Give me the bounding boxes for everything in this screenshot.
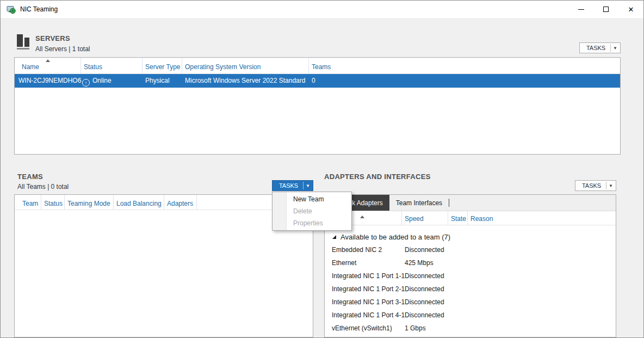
column-header-state[interactable]: State <box>448 211 468 225</box>
adapters-tasks-button[interactable]: TASKS ▼ <box>575 180 616 191</box>
menu-item-delete: Delete <box>273 205 351 217</box>
column-header-reason[interactable]: Reason <box>468 211 616 225</box>
window-controls: ✕ <box>568 1 643 18</box>
adapter-name: Embedded NIC 2 <box>332 243 405 256</box>
tasks-button-divider <box>606 182 606 189</box>
app-icon[interactable] <box>7 5 16 14</box>
adapter-row[interactable]: Integrated NIC 1 Port 1-1 Disconnected <box>325 269 616 282</box>
window-title: NIC Teaming <box>20 5 58 13</box>
column-header-label: Name <box>22 63 39 71</box>
column-header-speed[interactable]: Speed <box>402 211 448 225</box>
tab-divider <box>449 199 449 207</box>
teams-section-subtitle: All Teams | 0 total <box>17 183 69 190</box>
adapter-name: Integrated NIC 1 Port 3-1 <box>332 296 405 309</box>
adapter-row[interactable]: Integrated NIC 1 Port 3-1 Disconnected <box>325 296 616 309</box>
column-header-team[interactable]: Team <box>15 195 41 210</box>
column-header-status[interactable]: Status <box>41 195 65 210</box>
column-header-teaming-mode[interactable]: Teaming Mode <box>65 195 114 210</box>
adapter-speed: Disconnected <box>405 269 616 282</box>
group-expanded-icon <box>332 235 336 239</box>
servers-tasks-label: TASKS <box>583 45 609 51</box>
adapter-speed: Disconnected <box>405 296 616 309</box>
adapter-row[interactable]: Integrated NIC 1 Port 4-1 Disconnected <box>325 309 616 322</box>
server-row-selected[interactable]: WIN-2CJ9NEMDHO6 ↑Online Physical Microso… <box>15 74 620 88</box>
titlebar: NIC Teaming ✕ <box>1 1 643 18</box>
teams-tasks-menu: New Team Delete Properties <box>272 192 352 231</box>
menu-item-properties: Properties <box>273 217 351 229</box>
maximize-icon <box>603 7 609 12</box>
teams-table: Team Status Teaming Mode Load Balancing … <box>14 194 313 337</box>
adapter-name: Integrated NIC 1 Port 4-1 <box>332 309 405 322</box>
teams-table-header: Team Status Teaming Mode Load Balancing … <box>15 195 313 210</box>
adapter-name: Integrated NIC 1 Port 2-1 <box>332 282 405 296</box>
adapters-panel: Network Adapters Team Interfaces Speed S… <box>324 194 616 337</box>
minimize-button[interactable] <box>568 1 593 18</box>
server-teams-count-cell: 0 <box>309 74 620 88</box>
menu-item-new-team[interactable]: New Team <box>273 193 351 205</box>
column-header-name[interactable]: Name <box>15 58 81 73</box>
maximize-button[interactable] <box>593 1 618 18</box>
servers-table-header: Name Status Server Type Operating System… <box>15 58 620 74</box>
group-label: Available to be added to a team (7) <box>340 233 450 241</box>
adapter-name: Ethernet <box>332 256 405 269</box>
adapter-row[interactable]: Integrated NIC 1 Port 2-1 Disconnected <box>325 282 616 296</box>
servers-section-title: SERVERS <box>35 34 70 42</box>
adapters-tabs: Network Adapters Team Interfaces <box>325 195 616 211</box>
adapter-group-header[interactable]: Available to be added to a team (7) <box>325 230 616 243</box>
adapter-name: vEthernet (vSwitch1) <box>332 322 405 335</box>
adapter-row[interactable]: vEthernet (vSwitch1) 1 Gbps <box>325 322 616 335</box>
chevron-down-icon: ▼ <box>306 183 310 188</box>
column-header-status[interactable]: Status <box>81 58 143 73</box>
servers-section-subtitle: All Servers | 1 total <box>35 45 90 53</box>
servers-tasks-button[interactable]: TASKS ▼ <box>579 42 621 53</box>
teams-tasks-label: TASKS <box>275 182 302 189</box>
column-header-teams[interactable]: Teams <box>309 58 620 73</box>
column-header-os-version[interactable]: Operating System Version <box>182 58 309 73</box>
tasks-button-divider <box>610 44 611 52</box>
server-status-cell: ↑Online <box>81 74 143 88</box>
column-header-adapters[interactable]: Adapters <box>164 195 197 210</box>
column-header-server-type[interactable]: Server Type <box>143 58 182 73</box>
close-button[interactable]: ✕ <box>618 1 643 18</box>
adapter-speed: 1 Gbps <box>405 322 616 335</box>
sort-ascending-icon <box>46 59 50 62</box>
server-type-cell: Physical <box>143 74 182 88</box>
adapter-speed: Disconnected <box>405 282 616 296</box>
adapter-row[interactable]: Ethernet 425 Mbps <box>325 256 616 269</box>
chevron-down-icon: ▼ <box>609 183 613 188</box>
tab-team-interfaces[interactable]: Team Interfaces <box>389 195 449 211</box>
column-header-load-balancing[interactable]: Load Balancing <box>114 195 164 210</box>
adapter-speed: 425 Mbps <box>405 256 616 269</box>
chevron-down-icon: ▼ <box>613 46 617 51</box>
adapters-table-header: Speed State Reason <box>325 211 616 225</box>
adapter-row[interactable]: Embedded NIC 2 Disconnected <box>325 243 616 256</box>
servers-icon <box>16 33 32 50</box>
adapters-tasks-label: TASKS <box>578 182 605 189</box>
server-name-cell: WIN-2CJ9NEMDHO6 <box>15 74 81 88</box>
online-status-icon: ↑ <box>82 79 90 87</box>
teams-tasks-button[interactable]: TASKS ▼ <box>272 180 313 191</box>
minimize-icon <box>578 9 584 10</box>
teams-section-title: TEAMS <box>17 173 43 181</box>
nic-teaming-window: NIC Teaming ✕ SERVERS All Servers | 1 to… <box>0 0 644 338</box>
sort-ascending-icon <box>360 216 364 218</box>
adapters-section-title: ADAPTERS AND INTERFACES <box>324 173 431 181</box>
adapter-name: Integrated NIC 1 Port 1-1 <box>332 269 405 282</box>
servers-table: Name Status Server Type Operating System… <box>14 57 621 155</box>
adapter-speed: Disconnected <box>405 243 616 256</box>
close-icon: ✕ <box>628 6 634 13</box>
adapter-speed: Disconnected <box>405 309 616 322</box>
tasks-button-divider <box>303 182 304 189</box>
server-os-cell: Microsoft Windows Server 2022 Standard <box>182 74 309 88</box>
